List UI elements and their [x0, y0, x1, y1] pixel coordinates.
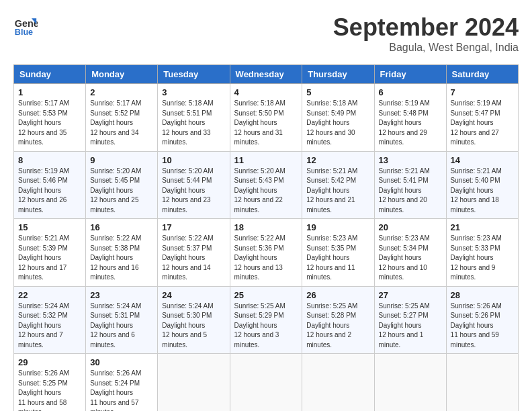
day-number: 16 — [90, 222, 153, 232]
day-info: Sunrise: 5:26 AMSunset: 5:25 PMDaylight … — [18, 369, 69, 411]
calendar-cell: 11 Sunrise: 5:20 AMSunset: 5:43 PMDaylig… — [230, 151, 302, 219]
day-info: Sunrise: 5:21 AMSunset: 5:41 PMDaylight … — [379, 167, 430, 214]
day-info: Sunrise: 5:21 AMSunset: 5:39 PMDaylight … — [18, 234, 69, 281]
day-info: Sunrise: 5:23 AMSunset: 5:35 PMDaylight … — [306, 234, 357, 281]
day-number: 24 — [162, 290, 225, 300]
calendar-cell: 26 Sunrise: 5:25 AMSunset: 5:28 PMDaylig… — [302, 286, 374, 354]
day-number: 18 — [234, 222, 298, 232]
calendar-cell — [230, 354, 302, 412]
day-info: Sunrise: 5:17 AMSunset: 5:52 PMDaylight … — [90, 99, 141, 146]
calendar-cell: 18 Sunrise: 5:22 AMSunset: 5:36 PMDaylig… — [230, 219, 302, 287]
calendar-cell: 22 Sunrise: 5:24 AMSunset: 5:32 PMDaylig… — [14, 286, 86, 354]
calendar-cell: 1 Sunrise: 5:17 AMSunset: 5:53 PMDayligh… — [14, 84, 86, 152]
day-info: Sunrise: 5:19 AMSunset: 5:46 PMDaylight … — [18, 167, 69, 214]
day-info: Sunrise: 5:19 AMSunset: 5:47 PMDaylight … — [451, 99, 502, 146]
day-number: 13 — [379, 155, 442, 165]
day-number: 27 — [379, 290, 442, 300]
day-info: Sunrise: 5:24 AMSunset: 5:30 PMDaylight … — [162, 302, 213, 349]
weekday-monday: Monday — [86, 65, 158, 84]
calendar-week-1: 1 Sunrise: 5:17 AMSunset: 5:53 PMDayligh… — [14, 84, 519, 152]
location: Bagula, West Bengal, India — [333, 42, 519, 54]
calendar-cell: 6 Sunrise: 5:19 AMSunset: 5:48 PMDayligh… — [374, 84, 446, 152]
calendar-cell: 13 Sunrise: 5:21 AMSunset: 5:41 PMDaylig… — [374, 151, 446, 219]
day-info: Sunrise: 5:17 AMSunset: 5:53 PMDaylight … — [18, 99, 69, 146]
day-number: 26 — [306, 290, 369, 300]
day-number: 4 — [234, 87, 298, 97]
calendar-cell: 29 Sunrise: 5:26 AMSunset: 5:25 PMDaylig… — [14, 354, 86, 412]
day-number: 28 — [451, 290, 514, 300]
calendar-body: 1 Sunrise: 5:17 AMSunset: 5:53 PMDayligh… — [14, 84, 519, 412]
day-number: 1 — [18, 87, 81, 97]
calendar-cell: 10 Sunrise: 5:20 AMSunset: 5:44 PMDaylig… — [158, 151, 230, 219]
day-number: 21 — [451, 222, 514, 232]
day-number: 22 — [18, 290, 81, 300]
day-info: Sunrise: 5:26 AMSunset: 5:24 PMDaylight … — [90, 369, 141, 411]
logo: General Blue — [13, 13, 38, 38]
calendar-cell: 28 Sunrise: 5:26 AMSunset: 5:26 PMDaylig… — [446, 286, 518, 354]
calendar-cell: 3 Sunrise: 5:18 AMSunset: 5:51 PMDayligh… — [158, 84, 230, 152]
calendar-cell: 16 Sunrise: 5:22 AMSunset: 5:38 PMDaylig… — [86, 219, 158, 287]
calendar-cell: 15 Sunrise: 5:21 AMSunset: 5:39 PMDaylig… — [14, 219, 86, 287]
calendar-cell: 24 Sunrise: 5:24 AMSunset: 5:30 PMDaylig… — [158, 286, 230, 354]
day-info: Sunrise: 5:25 AMSunset: 5:29 PMDaylight … — [234, 302, 285, 349]
day-number: 8 — [18, 155, 81, 165]
calendar-cell — [446, 354, 518, 412]
day-number: 23 — [90, 290, 153, 300]
day-info: Sunrise: 5:21 AMSunset: 5:40 PMDaylight … — [451, 167, 502, 214]
calendar-cell: 12 Sunrise: 5:21 AMSunset: 5:42 PMDaylig… — [302, 151, 374, 219]
calendar-cell: 27 Sunrise: 5:25 AMSunset: 5:27 PMDaylig… — [374, 286, 446, 354]
calendar-week-5: 29 Sunrise: 5:26 AMSunset: 5:25 PMDaylig… — [14, 354, 519, 412]
title-block: September 2024 Bagula, West Bengal, Indi… — [333, 13, 519, 54]
calendar-cell: 25 Sunrise: 5:25 AMSunset: 5:29 PMDaylig… — [230, 286, 302, 354]
day-number: 29 — [18, 357, 81, 367]
svg-text:Blue: Blue — [15, 28, 33, 37]
calendar-cell: 30 Sunrise: 5:26 AMSunset: 5:24 PMDaylig… — [86, 354, 158, 412]
day-info: Sunrise: 5:19 AMSunset: 5:48 PMDaylight … — [379, 99, 430, 146]
day-info: Sunrise: 5:26 AMSunset: 5:26 PMDaylight … — [451, 302, 502, 349]
weekday-sunday: Sunday — [14, 65, 86, 84]
day-info: Sunrise: 5:23 AMSunset: 5:34 PMDaylight … — [379, 234, 430, 281]
calendar-cell: 23 Sunrise: 5:24 AMSunset: 5:31 PMDaylig… — [86, 286, 158, 354]
day-number: 12 — [306, 155, 369, 165]
calendar-cell: 19 Sunrise: 5:23 AMSunset: 5:35 PMDaylig… — [302, 219, 374, 287]
calendar-week-2: 8 Sunrise: 5:19 AMSunset: 5:46 PMDayligh… — [14, 151, 519, 219]
logo-icon: General Blue — [13, 13, 38, 38]
day-number: 9 — [90, 155, 153, 165]
calendar-cell: 4 Sunrise: 5:18 AMSunset: 5:50 PMDayligh… — [230, 84, 302, 152]
day-number: 7 — [451, 87, 514, 97]
day-info: Sunrise: 5:18 AMSunset: 5:50 PMDaylight … — [234, 99, 285, 146]
calendar-cell: 2 Sunrise: 5:17 AMSunset: 5:52 PMDayligh… — [86, 84, 158, 152]
day-info: Sunrise: 5:24 AMSunset: 5:31 PMDaylight … — [90, 302, 141, 349]
calendar-cell: 14 Sunrise: 5:21 AMSunset: 5:40 PMDaylig… — [446, 151, 518, 219]
day-number: 10 — [162, 155, 225, 165]
day-info: Sunrise: 5:25 AMSunset: 5:27 PMDaylight … — [379, 302, 430, 349]
day-number: 3 — [162, 87, 225, 97]
day-info: Sunrise: 5:22 AMSunset: 5:38 PMDaylight … — [90, 234, 141, 281]
day-number: 2 — [90, 87, 153, 97]
weekday-header-row: SundayMondayTuesdayWednesdayThursdayFrid… — [14, 65, 519, 84]
day-info: Sunrise: 5:23 AMSunset: 5:33 PMDaylight … — [451, 234, 502, 281]
calendar-cell: 21 Sunrise: 5:23 AMSunset: 5:33 PMDaylig… — [446, 219, 518, 287]
calendar-cell: 17 Sunrise: 5:22 AMSunset: 5:37 PMDaylig… — [158, 219, 230, 287]
calendar-cell: 7 Sunrise: 5:19 AMSunset: 5:47 PMDayligh… — [446, 84, 518, 152]
day-number: 20 — [379, 222, 442, 232]
calendar-cell: 8 Sunrise: 5:19 AMSunset: 5:46 PMDayligh… — [14, 151, 86, 219]
calendar-cell — [374, 354, 446, 412]
weekday-thursday: Thursday — [302, 65, 374, 84]
day-info: Sunrise: 5:18 AMSunset: 5:51 PMDaylight … — [162, 99, 213, 146]
day-info: Sunrise: 5:20 AMSunset: 5:45 PMDaylight … — [90, 167, 141, 214]
calendar-cell: 9 Sunrise: 5:20 AMSunset: 5:45 PMDayligh… — [86, 151, 158, 219]
weekday-tuesday: Tuesday — [158, 65, 230, 84]
calendar-week-3: 15 Sunrise: 5:21 AMSunset: 5:39 PMDaylig… — [14, 219, 519, 287]
day-number: 25 — [234, 290, 298, 300]
day-number: 19 — [306, 222, 369, 232]
calendar-cell: 5 Sunrise: 5:18 AMSunset: 5:49 PMDayligh… — [302, 84, 374, 152]
page-header: General Blue September 2024 Bagula, West… — [13, 13, 519, 54]
calendar-cell — [158, 354, 230, 412]
day-info: Sunrise: 5:24 AMSunset: 5:32 PMDaylight … — [18, 302, 69, 349]
weekday-friday: Friday — [374, 65, 446, 84]
day-info: Sunrise: 5:25 AMSunset: 5:28 PMDaylight … — [306, 302, 357, 349]
month-title: September 2024 — [333, 13, 519, 42]
day-number: 17 — [162, 222, 225, 232]
calendar-cell: 20 Sunrise: 5:23 AMSunset: 5:34 PMDaylig… — [374, 219, 446, 287]
